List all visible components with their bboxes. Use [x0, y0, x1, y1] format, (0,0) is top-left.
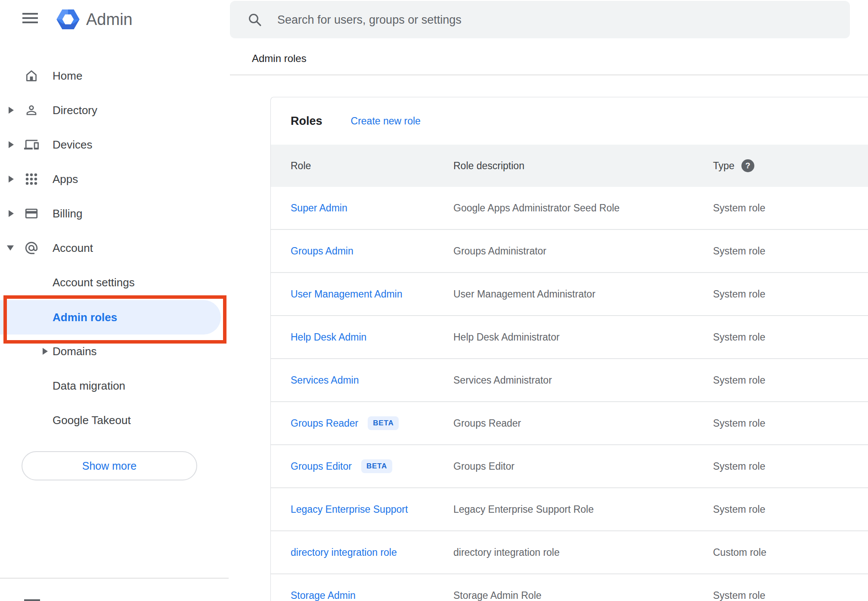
sidebar: Admin Home Directory Devices [0, 0, 229, 601]
column-header-description: Role description [453, 160, 524, 172]
sidebar-item-label: Apps [53, 162, 78, 196]
role-link[interactable]: Groups Reader [291, 418, 358, 429]
apps-grid-icon [24, 172, 39, 186]
account-at-icon [24, 241, 39, 255]
table-row: Super Admin Google Apps Administrator Se… [271, 187, 868, 230]
admin-console-page: Admin Home Directory Devices [0, 0, 868, 601]
chevron-right-icon[interactable] [9, 210, 14, 217]
sidebar-item-label: Billing [53, 196, 82, 231]
sidebar-item-data-migration[interactable]: Data migration [0, 369, 229, 403]
sidebar-item-label: Devices [53, 127, 92, 162]
role-type: System role [713, 202, 765, 214]
sidebar-item-devices[interactable]: Devices [0, 127, 229, 162]
hamburger-menu-icon[interactable] [22, 13, 38, 23]
role-link[interactable]: Groups Admin [291, 245, 353, 257]
roles-table-body: Super Admin Google Apps Administrator Se… [271, 187, 868, 601]
sidebar-item-billing[interactable]: Billing [0, 196, 229, 231]
sidebar-item-label: Data migration [53, 369, 125, 403]
role-type: System role [713, 461, 765, 472]
role-description: directory integration role [453, 547, 560, 558]
annotation-highlight-box [3, 295, 226, 344]
help-icon[interactable]: ? [741, 159, 754, 172]
role-type: System role [713, 504, 765, 515]
roles-card-header: Roles Create new role [271, 97, 868, 145]
sidebar-item-account-settings[interactable]: Account settings [0, 265, 229, 300]
home-icon [24, 68, 39, 83]
role-description: Help Desk Administrator [453, 331, 560, 343]
sidebar-item-label: Account [53, 231, 93, 265]
roles-title: Roles [291, 115, 322, 128]
table-row: Groups Editor BETA Groups Editor System … [271, 445, 868, 488]
table-row: User Management Admin User Management Ad… [271, 273, 868, 316]
role-type: System role [713, 418, 765, 429]
table-row: Help Desk Admin Help Desk Administrator … [271, 316, 868, 359]
sidebar-item-google-takeout[interactable]: Google Takeout [0, 403, 229, 437]
role-link[interactable]: Super Admin [291, 202, 347, 214]
sidebar-item-account[interactable]: Account [0, 231, 229, 265]
chevron-right-icon[interactable] [9, 176, 14, 183]
beta-badge: BETA [368, 416, 399, 430]
role-description: Storage Admin Role [453, 590, 542, 601]
table-row: Groups Reader BETA Groups Reader System … [271, 402, 868, 445]
search-icon [247, 12, 263, 28]
chevron-right-icon[interactable] [43, 348, 48, 355]
table-row: directory integration role directory int… [271, 531, 868, 574]
role-description: User Management Administrator [453, 288, 595, 300]
breadcrumb-divider [230, 74, 868, 75]
sidebar-item-apps[interactable]: Apps [0, 162, 229, 196]
role-description: Google Apps Administrator Seed Role [453, 202, 620, 214]
role-link[interactable]: directory integration role [291, 547, 397, 558]
role-type: Custom role [713, 547, 766, 558]
sidebar-item-label: Directory [53, 93, 97, 127]
role-description: Legacy Enterprise Support Role [453, 504, 594, 515]
partial-icon [24, 599, 40, 601]
role-type: System role [713, 375, 765, 386]
sidebar-item-label: Home [53, 59, 82, 93]
role-link[interactable]: Help Desk Admin [291, 331, 366, 343]
chevron-right-icon[interactable] [9, 141, 14, 148]
search-bar[interactable] [230, 1, 850, 38]
role-link[interactable]: Legacy Enterprise Support [291, 504, 408, 515]
role-link[interactable]: Groups Editor [291, 461, 352, 472]
admin-logo-text: Admin [86, 0, 133, 39]
column-header-type: Type [713, 160, 735, 172]
sidebar-item-label: Account settings [53, 265, 135, 300]
role-description: Services Administrator [453, 375, 552, 386]
search-input[interactable] [276, 1, 838, 39]
table-row: Services Admin Services Administrator Sy… [271, 359, 868, 402]
role-description: Groups Reader [453, 418, 521, 429]
show-more-button[interactable]: Show more [22, 451, 197, 480]
roles-card: Roles Create new role Role Role descript… [270, 97, 868, 601]
sidebar-item-home[interactable]: Home [0, 59, 229, 93]
beta-badge: BETA [361, 459, 392, 473]
role-type: System role [713, 245, 765, 257]
role-link[interactable]: Storage Admin [291, 590, 356, 601]
role-type: System role [713, 590, 765, 601]
role-type: System role [713, 331, 765, 343]
directory-person-icon [24, 103, 39, 118]
sidebar-item-label: Google Takeout [53, 403, 131, 437]
table-row: Storage Admin Storage Admin Role System … [271, 574, 868, 601]
sidebar-bottom-divider [0, 578, 229, 579]
devices-icon [24, 137, 39, 152]
role-link[interactable]: Services Admin [291, 375, 359, 386]
role-type: System role [713, 288, 765, 300]
chevron-down-icon[interactable] [7, 245, 14, 251]
role-link[interactable]: User Management Admin [291, 288, 403, 300]
admin-logo-icon [55, 7, 81, 32]
sidebar-item-directory[interactable]: Directory [0, 93, 229, 127]
role-description: Groups Editor [453, 461, 515, 472]
create-new-role-link[interactable]: Create new role [351, 115, 421, 127]
breadcrumb: Admin roles [252, 53, 307, 65]
column-header-role: Role [291, 160, 311, 172]
chevron-right-icon[interactable] [9, 107, 14, 114]
table-row: Legacy Enterprise Support Legacy Enterpr… [271, 488, 868, 531]
table-header: Role Role description Type ? [271, 145, 868, 187]
table-row: Groups Admin Groups Administrator System… [271, 230, 868, 273]
role-description: Groups Administrator [453, 245, 546, 257]
billing-card-icon [24, 206, 39, 221]
